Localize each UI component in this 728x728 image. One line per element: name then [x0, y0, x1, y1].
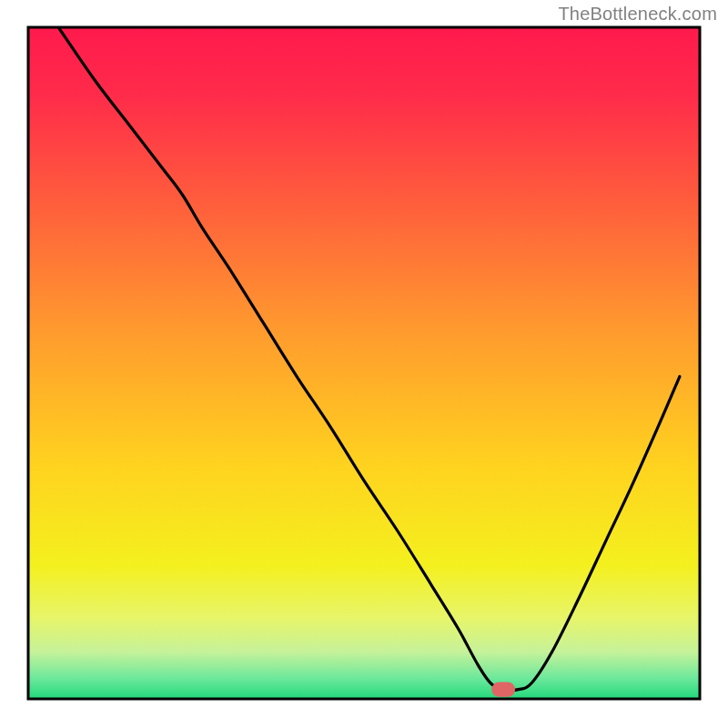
chart-svg	[0, 0, 728, 728]
gradient-background	[28, 27, 700, 699]
chart-frame: TheBottleneck.com	[0, 0, 728, 728]
minimum-marker	[491, 682, 515, 697]
watermark-text: TheBottleneck.com	[558, 4, 717, 25]
